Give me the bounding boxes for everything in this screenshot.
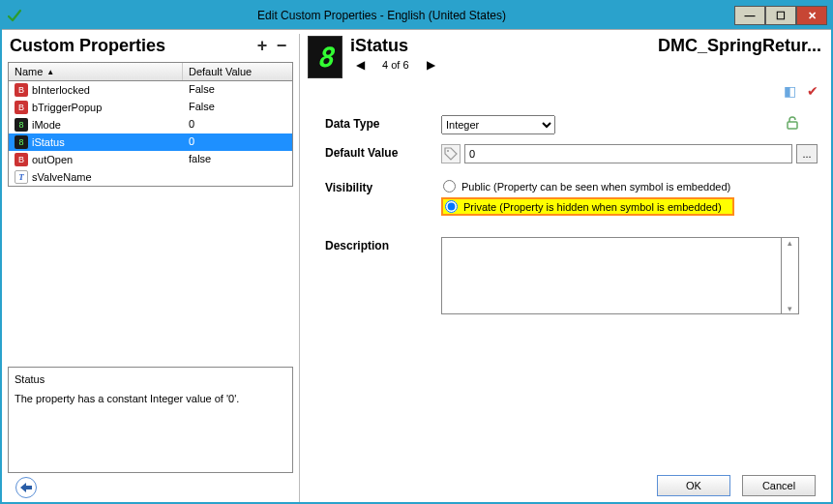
row-value: False — [183, 82, 292, 98]
row-name: sValveName — [32, 171, 92, 183]
data-type-select[interactable]: Integer — [441, 115, 555, 134]
visibility-public-option[interactable]: Public (Property can be seen when symbol… — [441, 179, 734, 193]
visibility-group: Public (Property can be seen when symbol… — [441, 179, 734, 216]
table-header: Name ▲ Default Value — [9, 63, 292, 81]
left-panel: Custom Properties + − Name ▲ Default Val… — [8, 34, 293, 502]
cancel-button[interactable]: Cancel — [742, 475, 816, 496]
left-panel-title: Custom Properties — [10, 36, 253, 56]
visibility-private-text: Private (Property is hidden when symbol … — [463, 201, 722, 213]
right-panel-header: 8 iStatus ◀ 4 of 6 ▶ DMC_SpringRetur... — [304, 34, 825, 82]
content-area: Custom Properties + − Name ▲ Default Val… — [2, 29, 831, 502]
default-value-label: Default Value — [325, 144, 441, 160]
add-property-button[interactable]: + — [253, 37, 272, 56]
window-title: Edit Custom Properties - English (United… — [29, 9, 734, 22]
unlock-icon[interactable] — [785, 115, 802, 133]
row-value: 0 — [183, 117, 292, 133]
string-icon: T — [15, 170, 28, 184]
remove-property-button[interactable]: − — [272, 37, 291, 56]
ok-button[interactable]: OK — [657, 475, 730, 496]
svg-rect-0 — [788, 122, 797, 129]
table-row[interactable]: BoutOpen false — [9, 151, 292, 168]
row-value — [183, 169, 292, 185]
row-name: outOpen — [32, 154, 73, 165]
visibility-private-radio[interactable] — [445, 200, 458, 213]
eraser-icon[interactable]: ◧ — [781, 82, 798, 100]
titlebar: Edit Custom Properties - English (United… — [2, 2, 831, 29]
window-controls: — ☐ ✕ — [734, 6, 827, 25]
symbol-name: DMC_SpringRetur... — [658, 36, 821, 56]
row-value: False — [183, 100, 292, 115]
right-panel: 8 iStatus ◀ 4 of 6 ▶ DMC_SpringRetur... … — [299, 34, 825, 502]
row-data-type: Data Type Integer — [325, 115, 818, 134]
table-row[interactable]: TsValveName — [9, 168, 292, 186]
pager-next[interactable]: ▶ — [427, 58, 435, 72]
table-row[interactable]: BbInterlocked False — [9, 81, 292, 99]
row-name: iStatus — [32, 136, 65, 148]
table-row[interactable]: 8iStatus 0 — [9, 133, 292, 151]
default-value-input[interactable] — [464, 144, 792, 163]
description-textarea[interactable] — [441, 237, 782, 314]
row-name: iMode — [32, 119, 61, 131]
visibility-public-radio[interactable] — [443, 180, 456, 193]
row-default-value: Default Value ... — [325, 144, 818, 163]
visibility-private-option[interactable]: Private (Property is hidden when symbol … — [441, 197, 734, 216]
dialog-buttons: OK Cancel — [304, 469, 825, 502]
row-name: bInterlocked — [32, 84, 90, 96]
description-label: Description — [325, 237, 441, 252]
row-description: Description ▴▾ — [325, 237, 818, 314]
header-action-icons: ◧ ✔ — [781, 82, 825, 102]
left-panel-header: Custom Properties + − — [8, 34, 293, 62]
back-button[interactable] — [15, 477, 37, 498]
table-row[interactable]: 8iMode 0 — [9, 116, 292, 133]
close-button[interactable]: ✕ — [796, 6, 827, 25]
int-icon: 8 — [15, 118, 28, 132]
visibility-public-text: Public (Property can be seen when symbol… — [461, 181, 730, 193]
description-scrollbar[interactable]: ▴▾ — [782, 237, 799, 314]
row-value: 0 — [183, 134, 292, 150]
left-bottom-nav — [8, 473, 293, 502]
visibility-label: Visibility — [325, 179, 441, 194]
bool-icon: B — [15, 101, 28, 114]
col-header-name-text: Name — [15, 66, 43, 77]
pager: ◀ 4 of 6 ▶ — [350, 56, 650, 72]
col-header-name[interactable]: Name ▲ — [9, 63, 183, 80]
int-icon: 8 — [15, 135, 28, 149]
segment-display-icon: 8 — [308, 36, 342, 78]
properties-table: Name ▲ Default Value BbInterlocked False… — [8, 62, 293, 187]
pager-prev[interactable]: ◀ — [356, 58, 365, 72]
header-center: iStatus ◀ 4 of 6 ▶ — [350, 36, 650, 72]
bool-icon: B — [15, 153, 28, 166]
row-name: bTriggerPopup — [32, 102, 102, 113]
minimize-button[interactable]: — — [734, 6, 765, 25]
bool-icon: B — [15, 83, 28, 97]
status-text: The property has a constant Integer valu… — [15, 393, 286, 404]
row-value: false — [183, 152, 292, 167]
spacer — [8, 187, 293, 361]
property-name: iStatus — [350, 36, 650, 56]
row-visibility: Visibility Public (Property can be seen … — [325, 179, 818, 216]
form-area: Data Type Integer Default Value — [304, 102, 825, 328]
col-header-default[interactable]: Default Value — [183, 63, 292, 80]
window-frame: Edit Custom Properties - English (United… — [0, 0, 833, 504]
browse-button[interactable]: ... — [796, 144, 818, 163]
status-title: Status — [15, 373, 286, 385]
check-icon[interactable]: ✔ — [804, 82, 821, 100]
table-row[interactable]: BbTriggerPopup False — [9, 99, 292, 116]
pager-position: 4 of 6 — [382, 59, 409, 71]
app-icon — [6, 7, 23, 24]
table-body: BbInterlocked False BbTriggerPopup False… — [9, 81, 292, 186]
svg-point-1 — [447, 150, 449, 152]
tag-icon[interactable] — [441, 144, 461, 163]
maximize-button[interactable]: ☐ — [765, 6, 796, 25]
sort-asc-icon: ▲ — [46, 68, 54, 76]
data-type-label: Data Type — [325, 115, 441, 131]
status-panel: Status The property has a constant Integ… — [8, 367, 293, 473]
